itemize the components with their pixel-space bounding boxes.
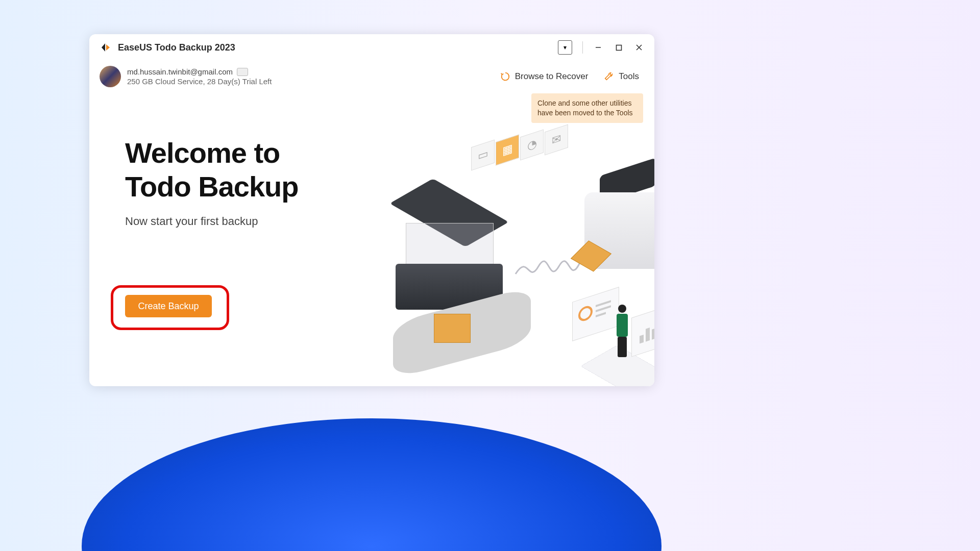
- user-text-block: md.hussain.twinbit@gmail.com 250 GB Clou…: [127, 67, 272, 86]
- tools-icon: [603, 71, 615, 82]
- hero-title-line1: Welcome to: [125, 136, 339, 170]
- app-logo-icon: [100, 41, 112, 54]
- hero-subtitle: Now start your first backup: [125, 215, 339, 228]
- svg-rect-8: [640, 335, 644, 344]
- user-email: md.hussain.twinbit@gmail.com: [127, 67, 233, 76]
- recover-icon: [500, 71, 511, 82]
- svg-point-4: [579, 306, 592, 322]
- close-button[interactable]: [629, 37, 649, 58]
- illus-person: [612, 305, 632, 361]
- illus-tile-mail-icon: ✉: [545, 124, 568, 156]
- illus-tile-apps-icon: ▦: [496, 135, 519, 166]
- illus-tile-disk-icon: ◔: [520, 130, 544, 161]
- user-info-row: md.hussain.twinbit@gmail.com 250 GB Clou…: [89, 61, 654, 87]
- hero-title: Welcome to Todo Backup: [125, 136, 339, 204]
- hero-title-line2: Todo Backup: [125, 170, 339, 204]
- titlebar: EaseUS Todo Backup 2023 ▾: [89, 34, 654, 61]
- app-title: EaseUS Todo Backup 2023: [118, 42, 235, 53]
- hero-section: Welcome to Todo Backup Now start your fi…: [125, 136, 339, 228]
- svg-rect-7: [596, 312, 606, 317]
- message-icon[interactable]: [237, 68, 248, 76]
- tools-tooltip-text: Clone and some other utilities have been…: [537, 99, 633, 117]
- titlebar-divider: [582, 41, 583, 54]
- app-window: EaseUS Todo Backup 2023 ▾ md.hussain.twi…: [89, 34, 654, 386]
- user-avatar[interactable]: [100, 66, 121, 87]
- svg-rect-9: [646, 328, 650, 342]
- create-backup-button[interactable]: Create Backup: [125, 295, 212, 317]
- maximize-button[interactable]: [608, 37, 629, 58]
- chevron-down-icon: ▾: [564, 44, 567, 51]
- titlebar-dropdown-button[interactable]: ▾: [558, 40, 572, 55]
- tools-link[interactable]: Tools: [603, 71, 639, 82]
- create-backup-label: Create Backup: [138, 301, 199, 312]
- svg-rect-10: [652, 328, 654, 340]
- user-status: 250 GB Cloud Service, 28 Day(s) Trial Le…: [127, 77, 272, 86]
- illus-dashboard-panel-right: [631, 302, 654, 357]
- illus-tile-folder-icon: ▭: [471, 140, 495, 171]
- minimize-button[interactable]: [588, 37, 608, 58]
- svg-rect-1: [616, 45, 621, 50]
- illus-package-box: [434, 314, 471, 343]
- hero-illustration: ▭ ▦ ◔ ✉: [309, 116, 635, 376]
- tools-label: Tools: [619, 71, 639, 82]
- browse-to-recover-link[interactable]: Browse to Recover: [500, 71, 589, 82]
- browse-to-recover-label: Browse to Recover: [515, 71, 589, 82]
